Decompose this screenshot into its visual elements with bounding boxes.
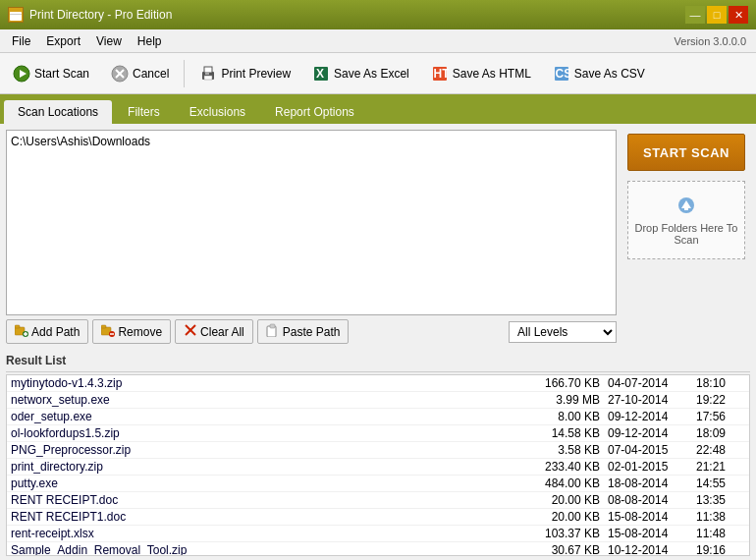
remove-label: Remove [118, 325, 162, 339]
file-name: oder_setup.exe [11, 410, 529, 423]
remove-icon [101, 323, 115, 340]
file-date: 02-01-2015 [608, 460, 696, 474]
file-size: 103.37 KB [529, 527, 608, 540]
list-item: RENT RECEIPT.doc 20.00 KB 08-08-2014 13:… [7, 492, 749, 509]
file-name: networx_setup.exe [11, 393, 529, 407]
save-html-button[interactable]: HTML Save As HTML [422, 60, 540, 87]
save-excel-button[interactable]: X Save As Excel [303, 60, 418, 87]
result-list-header: Result List [6, 350, 750, 372]
file-size: 30.67 KB [529, 543, 608, 556]
menu-export[interactable]: Export [38, 31, 88, 51]
start-scan-main-button[interactable]: START SCAN [627, 134, 745, 171]
svg-rect-10 [205, 73, 209, 74]
file-size: 3.58 KB [529, 443, 608, 457]
tab-bar: Scan Locations Filters Exclusions Report… [0, 94, 756, 124]
svg-rect-9 [204, 76, 212, 80]
svg-text:CSV: CSV [555, 67, 570, 81]
svg-rect-8 [204, 67, 212, 73]
minimize-button[interactable]: — [685, 6, 705, 24]
clear-all-button[interactable]: Clear All [175, 319, 253, 344]
file-name: RENT RECEIPT1.doc [11, 510, 529, 524]
svg-rect-18 [15, 325, 20, 328]
svg-rect-29 [270, 324, 275, 328]
separator-1 [184, 60, 185, 87]
tab-report-options[interactable]: Report Options [261, 100, 368, 124]
svg-rect-32 [684, 207, 688, 210]
result-list-container[interactable]: mytinytodo-v1.4.3.zip 166.70 KB 04-07-20… [6, 374, 750, 556]
add-path-button[interactable]: Add Path [6, 319, 88, 344]
svg-text:HTML: HTML [433, 67, 449, 81]
paste-path-button[interactable]: Paste Path [257, 319, 350, 344]
list-item: PNG_Preprocessor.zip 3.58 KB 07-04-2015 … [7, 442, 749, 459]
file-time: 21:21 [696, 460, 745, 474]
list-item: print_directory.zip 233.40 KB 02-01-2015… [7, 459, 749, 476]
list-item: oder_setup.exe 8.00 KB 09-12-2014 17:56 [7, 409, 749, 425]
drop-zone[interactable]: Drop Folders Here To Scan [627, 181, 745, 259]
window-controls: — □ ✕ [685, 6, 748, 24]
file-date: 18-08-2014 [608, 476, 696, 490]
save-csv-button[interactable]: CSV Save As CSV [544, 60, 654, 87]
file-name: RENT RECEIPT.doc [11, 493, 529, 507]
tab-filters[interactable]: Filters [114, 100, 174, 124]
list-item: Sample_Addin_Removal_Tool.zip 30.67 KB 1… [7, 542, 749, 556]
file-time: 17:56 [696, 410, 745, 423]
paste-path-icon [266, 323, 280, 340]
file-time: 19:16 [696, 543, 745, 556]
toolbar: Start Scan Cancel Print Preview [0, 53, 756, 94]
file-name: putty.exe [11, 476, 529, 490]
file-time: 18:09 [696, 426, 745, 440]
path-input[interactable]: C:\Users\Ashis\Downloads [6, 130, 617, 315]
svg-rect-23 [101, 325, 106, 328]
start-scan-label: Start Scan [34, 67, 89, 81]
tab-scan-locations[interactable]: Scan Locations [4, 100, 112, 124]
print-preview-label: Print Preview [221, 67, 291, 81]
add-path-label: Add Path [31, 325, 80, 339]
list-item: ol-lookfordups1.5.zip 14.58 KB 09-12-201… [7, 425, 749, 442]
excel-icon: X [312, 65, 330, 83]
drop-zone-label: Drop Folders Here To Scan [634, 222, 738, 246]
file-time: 19:22 [696, 393, 745, 407]
scan-locations-panel: C:\Users\Ashis\Downloads Add Path [6, 130, 617, 344]
file-date: 09-12-2014 [608, 410, 696, 423]
drop-zone-icon [676, 196, 696, 218]
file-date: 07-04-2015 [608, 443, 696, 457]
file-size: 484.00 KB [529, 476, 608, 490]
file-date: 08-08-2014 [608, 493, 696, 507]
maximize-button[interactable]: □ [707, 6, 727, 24]
clear-all-icon [184, 323, 197, 340]
remove-button[interactable]: Remove [92, 319, 171, 344]
clear-all-label: Clear All [200, 325, 244, 339]
menu-view[interactable]: View [88, 31, 130, 51]
file-size: 14.58 KB [529, 426, 608, 440]
version-label: Version 3.0.0.0 [675, 35, 752, 47]
tab-exclusions[interactable]: Exclusions [176, 100, 259, 124]
list-item: putty.exe 484.00 KB 18-08-2014 14:55 [7, 476, 749, 492]
file-time: 11:38 [696, 510, 745, 524]
file-name: mytinytodo-v1.4.3.zip [11, 376, 529, 390]
file-date: 15-08-2014 [608, 527, 696, 540]
file-size: 8.00 KB [529, 410, 608, 423]
file-name: PNG_Preprocessor.zip [11, 443, 529, 457]
window-title: Print Directory - Pro Edition [29, 8, 172, 22]
file-time: 14:55 [696, 476, 745, 490]
result-section: Result List mytinytodo-v1.4.3.zip 166.70… [0, 350, 756, 560]
levels-dropdown[interactable]: All Levels 1 Level 2 Levels 3 Levels 4 L… [509, 321, 617, 343]
list-item: rent-receipt.xlsx 103.37 KB 15-08-2014 1… [7, 526, 749, 542]
cancel-label: Cancel [133, 67, 169, 81]
menu-help[interactable]: Help [130, 31, 170, 51]
path-actions: Add Path Remove [6, 319, 617, 344]
file-size: 20.00 KB [529, 493, 608, 507]
file-size: 20.00 KB [529, 510, 608, 524]
cancel-button[interactable]: Cancel [102, 60, 178, 87]
list-item: RENT RECEIPT1.doc 20.00 KB 15-08-2014 11… [7, 509, 749, 526]
file-name: print_directory.zip [11, 460, 529, 474]
paste-path-label: Paste Path [283, 325, 341, 339]
file-size: 3.99 MB [529, 393, 608, 407]
file-date: 04-07-2014 [608, 376, 696, 390]
close-button[interactable]: ✕ [729, 6, 748, 24]
start-scan-button[interactable]: Start Scan [4, 60, 98, 87]
save-html-label: Save As HTML [453, 67, 531, 81]
print-preview-button[interactable]: Print Preview [190, 60, 299, 87]
menu-file[interactable]: File [4, 31, 38, 51]
file-date: 27-10-2014 [608, 393, 696, 407]
